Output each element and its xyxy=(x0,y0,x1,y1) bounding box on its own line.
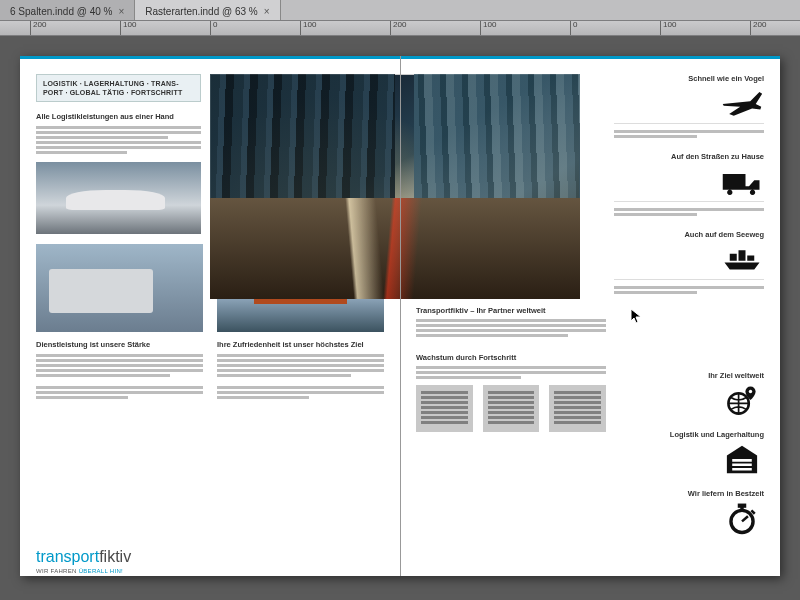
feature-heading: Wir liefern in Bestzeit xyxy=(614,489,764,498)
feature-list-top: Schnell wie ein Vogel Auf den Straßen zu… xyxy=(614,74,764,308)
globe-pin-icon xyxy=(720,384,764,416)
truck-icon xyxy=(720,165,764,197)
image-truck xyxy=(36,244,203,332)
mouse-cursor-icon xyxy=(630,308,642,324)
page-spine xyxy=(400,56,401,576)
svg-point-1 xyxy=(749,390,752,393)
close-icon[interactable]: × xyxy=(118,6,124,17)
feature-heading: Logistik und Lagerhaltung xyxy=(614,430,764,439)
document-workspace[interactable]: LOGISTIK · LAGERHALTUNG · TRANS­PORT · G… xyxy=(0,36,800,600)
plane-icon xyxy=(720,87,764,119)
feature-list-bottom: Ihr Ziel weltweit Logistik und Lagerhalt… xyxy=(614,371,764,548)
brand-logo: transportfiktiv xyxy=(36,548,131,566)
svg-rect-4 xyxy=(740,507,743,511)
document-tab-bar: 6 Spalten.indd @ 40 % × Rasterarten.indd… xyxy=(0,0,800,20)
close-icon[interactable]: × xyxy=(264,6,270,17)
ruler-tick: 0 xyxy=(570,21,577,36)
kicker-box: LOGISTIK · LAGERHALTUNG · TRANS­PORT · G… xyxy=(36,74,201,102)
ruler-tick: 100 xyxy=(480,21,496,36)
three-column-block xyxy=(416,385,606,432)
document-tab-0[interactable]: 6 Spalten.indd @ 40 % × xyxy=(0,0,135,20)
feature-heading: Auf den Straßen zu Hause xyxy=(614,152,764,161)
feature-heading: Auch auf dem Seeweg xyxy=(614,230,764,239)
kicker-text: LOGISTIK · LAGERHALTUNG · TRANS­PORT · G… xyxy=(43,80,182,96)
tab-label: 6 Spalten.indd @ 40 % xyxy=(10,6,112,17)
ruler-tick: 100 xyxy=(660,21,676,36)
ruler-tick: 0 xyxy=(210,21,217,36)
horizontal-ruler[interactable]: 200 100 0 100 200 100 0 100 200 xyxy=(0,20,800,36)
section-heading: Transportfiktiv – Ihr Partner weltweit xyxy=(416,306,606,315)
section-heading: Wachstum durch Fortschritt xyxy=(416,353,606,362)
svg-point-2 xyxy=(731,510,753,532)
feature-heading: Ihr Ziel weltweit xyxy=(614,371,764,380)
tab-label: Rasterarten.indd @ 63 % xyxy=(145,6,257,17)
feature-heading: Schnell wie ein Vogel xyxy=(614,74,764,83)
ruler-tick: 200 xyxy=(30,21,46,36)
ruler-tick: 200 xyxy=(390,21,406,36)
ruler-tick: 100 xyxy=(300,21,316,36)
section-heading: Dienstleistung ist unsere Stärke xyxy=(36,340,203,349)
brand-tagline: WIR FAHREN ÜBERALL HIN! xyxy=(36,568,123,574)
stopwatch-icon xyxy=(720,502,764,534)
section-heading: Alle Logistikleistungen aus einer Hand xyxy=(36,112,201,121)
ship-icon xyxy=(720,243,764,275)
image-airplane xyxy=(36,162,201,234)
ruler-tick: 100 xyxy=(120,21,136,36)
document-tab-1[interactable]: Rasterarten.indd @ 63 % × xyxy=(135,0,280,20)
section-heading: Ihre Zufriedenheit ist unser höchstes Zi… xyxy=(217,340,384,349)
warehouse-icon xyxy=(720,443,764,475)
page-spread[interactable]: LOGISTIK · LAGERHALTUNG · TRANS­PORT · G… xyxy=(20,56,780,576)
page-right: Schnell wie ein Vogel Auf den Straßen zu… xyxy=(400,56,780,576)
ruler-tick: 200 xyxy=(750,21,766,36)
